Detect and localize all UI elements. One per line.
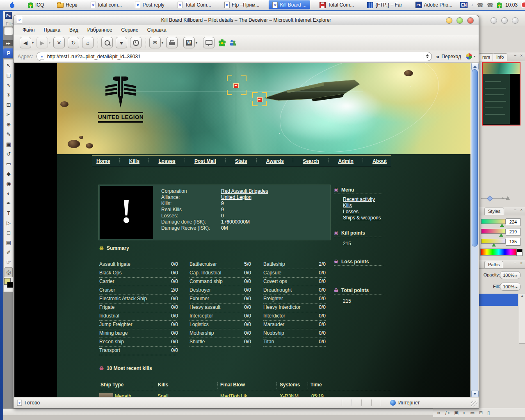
icq-toolbar-icon[interactable]: [219, 39, 226, 46]
ie-titlebar[interactable]: Kill Board Killboard – Pilot details – T…: [14, 15, 479, 25]
nav-link-search[interactable]: Search: [303, 158, 319, 164]
ie-menu-item-1[interactable]: Правка: [44, 27, 61, 33]
taskbar-item-adobe-photoshop[interactable]: Adobe Pho...: [412, 0, 456, 9]
red-value-field[interactable]: 224: [506, 218, 520, 226]
back-button[interactable]: ◀: [20, 37, 31, 48]
back-dropdown-icon[interactable]: ▾: [32, 41, 34, 45]
nav-link-about[interactable]: About: [372, 158, 387, 164]
nav-link-stats[interactable]: Stats: [235, 158, 247, 164]
mail-dropdown-icon[interactable]: ▾: [162, 41, 163, 45]
hand-tool-icon[interactable]: ☞: [5, 258, 13, 267]
link-layers-icon[interactable]: ∞: [437, 410, 441, 415]
panel-controls-icon[interactable]: − ×: [514, 261, 524, 265]
print-button[interactable]: [166, 37, 178, 48]
taskbar-item-kill-board[interactable]: Kill Board ...: [269, 0, 310, 9]
tray-expand-icon[interactable]: +: [471, 2, 473, 7]
ie-menu-item-3[interactable]: Избранное: [87, 27, 112, 33]
taskbar-item-icq[interactable]: ICQ: [24, 0, 48, 9]
taskbar-item-nerv[interactable]: Нерв: [53, 0, 81, 9]
layer-mask-icon[interactable]: ▣: [454, 410, 458, 415]
brush-tool-icon[interactable]: ✎: [5, 130, 13, 139]
path-selection-tool-icon[interactable]: ▷: [5, 218, 13, 228]
color-ramp[interactable]: [480, 249, 517, 256]
scroll-down-button[interactable]: [471, 390, 479, 397]
green-value-field[interactable]: 219: [506, 228, 520, 236]
taskbar-item-total-com-1[interactable]: total com...: [87, 0, 126, 9]
forward-button[interactable]: ▶: [37, 37, 48, 48]
layer-group-icon[interactable]: ▭: [470, 410, 475, 415]
zoom-slider[interactable]: [481, 195, 514, 201]
search-button[interactable]: [101, 37, 113, 48]
shape-tool-icon[interactable]: □: [5, 228, 13, 238]
ie-menu-item-0[interactable]: Файл: [23, 27, 35, 33]
blue-slider[interactable]: 135: [481, 238, 520, 247]
slice-tool-icon[interactable]: ✂: [5, 110, 13, 120]
type-tool-icon[interactable]: T: [5, 208, 13, 218]
ps-document-scrollbar[interactable]: [3, 409, 433, 415]
notes-tool-icon[interactable]: ▤: [5, 238, 13, 248]
taskbar-item-total-com-2[interactable]: Total Com...: [174, 0, 215, 9]
crop-tool-icon[interactable]: ⊡: [5, 100, 13, 110]
icq-tray-icon[interactable]: [497, 2, 502, 8]
mountain-small-icon[interactable]: [502, 197, 504, 199]
vertical-scrollbar[interactable]: [471, 63, 478, 397]
go-arrows-icon[interactable]: »: [436, 53, 439, 60]
healing-brush-tool-icon[interactable]: ⊕: [5, 120, 13, 130]
fill-field[interactable]: 100%: [500, 283, 520, 291]
sidebar-link-losses[interactable]: Losses: [343, 209, 358, 215]
history-button[interactable]: [130, 37, 142, 48]
taskbar-item-total-com-3[interactable]: Total Com...: [316, 0, 358, 9]
tab-histogram[interactable]: ram: [479, 53, 494, 61]
go-button[interactable]: Переход: [441, 54, 461, 59]
ps-maximize-button[interactable]: [501, 17, 508, 24]
background-color-swatch[interactable]: [7, 282, 13, 288]
zoom-slider-thumb[interactable]: [487, 196, 493, 201]
move-tool-icon[interactable]: ↖: [5, 61, 13, 71]
nav-link-home[interactable]: Home: [96, 158, 110, 164]
ps-palette-tab[interactable]: P: [3, 48, 14, 58]
nav-link-awards[interactable]: Awards: [266, 158, 284, 164]
ie-menu-item-2[interactable]: Вид: [69, 27, 78, 33]
ps-close-button[interactable]: [512, 17, 518, 24]
taskbar-item-post-reply[interactable]: Post reply: [131, 0, 168, 9]
eyedropper-tool-icon[interactable]: ✐: [5, 248, 13, 258]
extension-icon[interactable]: [466, 53, 472, 59]
maximize-button[interactable]: [457, 17, 463, 24]
sidebar-link-ships-weapons[interactable]: Ships & weapons: [343, 215, 381, 221]
address-dropdown[interactable]: [424, 52, 431, 59]
history-brush-tool-icon[interactable]: ↺: [5, 149, 13, 159]
ps-options-button[interactable]: [4, 27, 13, 35]
green-slider[interactable]: 219: [481, 228, 520, 237]
pen-tool-icon[interactable]: ✒: [5, 199, 13, 208]
messenger-button[interactable]: [203, 37, 215, 48]
layer-style-icon[interactable]: ƒx: [445, 410, 450, 415]
stop-button[interactable]: ✕: [53, 37, 65, 48]
pilot-detail-link[interactable]: United Legion: [221, 194, 251, 201]
refresh-button[interactable]: ↻: [68, 37, 79, 48]
blur-tool-icon[interactable]: ◉: [5, 179, 13, 189]
new-layer-icon[interactable]: ⊞: [479, 410, 483, 415]
ps-file-menu[interactable]: File: [6, 21, 13, 26]
extension-dropdown-icon[interactable]: ▾: [474, 55, 475, 58]
word-dropdown-icon[interactable]: ▾: [196, 41, 197, 45]
red-slider-thumb[interactable]: [500, 224, 504, 227]
adjustment-layer-icon[interactable]: ◐: [463, 410, 466, 415]
panel-controls-icon[interactable]: − ×: [514, 53, 524, 58]
layers-scrollbar[interactable]: ▲: [519, 294, 525, 344]
nav-link-losses[interactable]: Losses: [158, 158, 175, 164]
language-indicator[interactable]: EN: [460, 2, 468, 8]
taskbar-item-ftp-prim[interactable]: Ftp –Прим...: [221, 0, 263, 9]
favorites-button[interactable]: ♥: [116, 37, 127, 48]
navigator-thumbnail[interactable]: [482, 62, 520, 126]
blue-value-field[interactable]: 135: [506, 238, 520, 246]
tab-styles[interactable]: Styles: [484, 208, 504, 215]
mail-button[interactable]: ✉: [149, 37, 161, 48]
bw-swatches[interactable]: [516, 249, 523, 256]
eraser-tool-icon[interactable]: ▭: [5, 159, 13, 169]
tray-red-icon[interactable]: [521, 2, 525, 8]
zoom-tool-icon[interactable]: ◎: [5, 267, 13, 277]
nav-link-kills[interactable]: Kills: [129, 158, 139, 164]
pilot-detail-link[interactable]: Red Assault Brigades: [221, 188, 268, 194]
taskbar-item-apple[interactable]: [6, 0, 18, 9]
forward-dropdown-icon[interactable]: ▾: [49, 41, 50, 45]
